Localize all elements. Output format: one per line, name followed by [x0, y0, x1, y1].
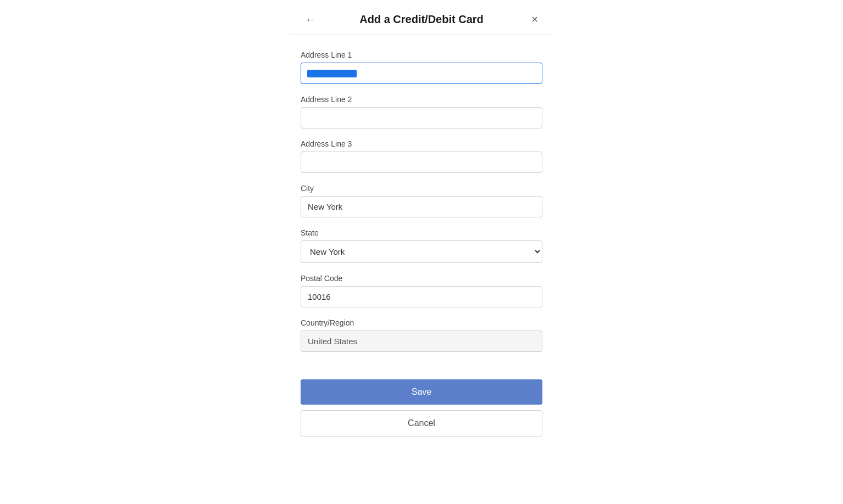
header-divider [290, 35, 553, 35]
address-line1-input-wrapper [301, 63, 542, 84]
city-label: City [301, 184, 542, 193]
state-label: State [301, 228, 542, 237]
address-line2-label: Address Line 2 [301, 95, 542, 104]
address-line3-input[interactable] [301, 152, 542, 173]
form-container: Address Line 1 Address Line 2 Address Li… [290, 46, 553, 374]
actions-container: Save Cancel [290, 374, 553, 447]
postal-code-input[interactable] [301, 286, 542, 307]
back-button[interactable]: ← [301, 11, 320, 28]
address-line2-input[interactable] [301, 107, 542, 128]
cancel-button[interactable]: Cancel [301, 410, 542, 436]
address-line1-label: Address Line 1 [301, 51, 542, 59]
country-group: Country/Region [301, 318, 542, 352]
country-input[interactable] [301, 331, 542, 352]
save-button[interactable]: Save [301, 379, 542, 405]
address-line3-label: Address Line 3 [301, 139, 542, 148]
postal-code-label: Postal Code [301, 274, 542, 283]
state-group: State New York [301, 228, 542, 263]
city-input[interactable] [301, 196, 542, 217]
modal-container: ← Add a Credit/Debit Card × Address Line… [290, 0, 553, 447]
modal-title: Add a Credit/Debit Card [359, 13, 484, 26]
address-line1-group: Address Line 1 [301, 51, 542, 84]
address-line1-input[interactable] [301, 63, 542, 84]
country-label: Country/Region [301, 318, 542, 327]
state-select[interactable]: New York [301, 240, 542, 263]
address-line2-group: Address Line 2 [301, 95, 542, 128]
postal-code-group: Postal Code [301, 274, 542, 307]
city-group: City [301, 184, 542, 217]
address-line3-group: Address Line 3 [301, 139, 542, 173]
close-button[interactable]: × [527, 11, 542, 28]
modal-header: ← Add a Credit/Debit Card × [290, 0, 553, 35]
